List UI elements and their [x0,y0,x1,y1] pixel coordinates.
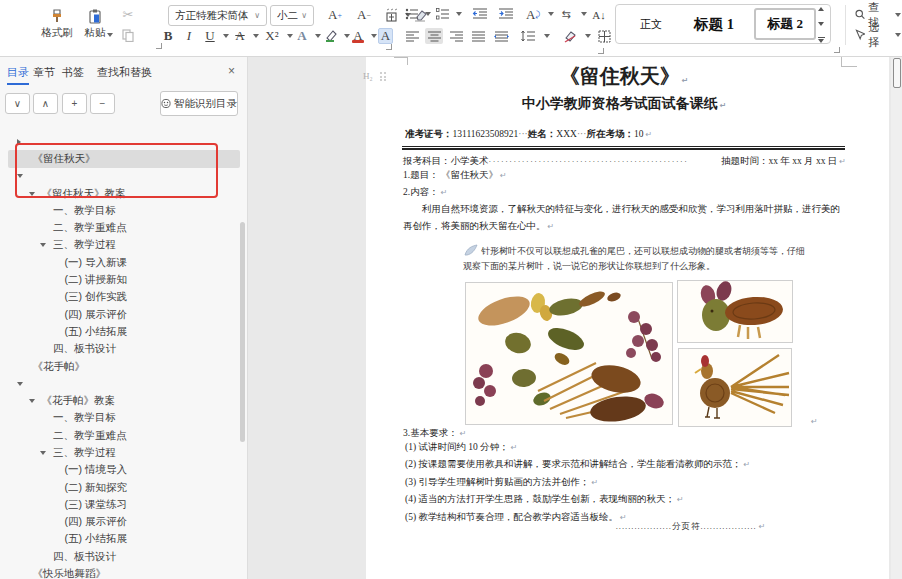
italic-button[interactable]: I [182,28,196,44]
font-size-combo[interactable]: 小二 ∨ [270,5,314,26]
justify-button[interactable] [469,28,487,44]
gallery-up-icon[interactable] [818,7,824,11]
style-heading2[interactable]: 标题 2 [754,8,816,40]
shading-button[interactable] [560,28,580,44]
outline-tree-item[interactable]: 二、教学重难点 [0,427,248,444]
gallery-down-icon[interactable] [818,22,824,26]
tree-toggle-icon[interactable] [17,382,30,386]
tree-toggle-icon[interactable] [17,174,30,178]
tree-toggle-icon[interactable] [29,399,42,403]
bullet-list-button[interactable] [403,6,421,22]
align-left-button[interactable] [403,28,421,44]
tree-toggle-icon[interactable] [40,243,53,247]
outline-tree-item[interactable]: 一、教学目标 [0,202,248,219]
select-button[interactable]: 选择 [855,27,901,42]
outline-tree-item[interactable]: 二、教学重难点 [0,219,248,236]
copy-button[interactable] [119,27,137,43]
font-color-button[interactable]: A [350,27,366,44]
outline-zoom-out-button[interactable]: − [90,93,115,114]
numbered-dropdown-caret[interactable] [456,12,462,16]
outline-tree-item[interactable]: 三、教学过程 [0,237,248,254]
outline-tree-item[interactable]: (三) 课堂练习 [0,496,248,513]
outline-tree-item[interactable]: (三) 创作实践 [0,289,248,306]
document-scrollbar[interactable] [891,57,902,579]
shading-dropdown-caret[interactable] [585,34,591,38]
numbered-list-button[interactable] [434,6,452,22]
text-direction-dropdown-caret[interactable] [548,12,554,16]
font-name-combo[interactable]: 方正特雅宋简体 ∨ [168,5,267,26]
paste-button[interactable]: 粘贴 [76,4,114,44]
paragraph-dialog-launcher[interactable] [598,48,604,54]
outline-tree-item[interactable]: 《花手帕》教案 [0,392,248,409]
smart-recognize-button[interactable]: 智能识别目录 [160,91,238,116]
cut-button[interactable]: ✂ [118,6,138,22]
outline-tree-item[interactable]: 四、板书设计 [0,341,248,358]
document-page[interactable]: H₂ 《留住秋天》↵ 中小学教师资格考试面试备课纸↵ 准考证号：13111623… [366,57,889,579]
style-heading1[interactable]: 标题 1 [680,5,748,43]
style-normal[interactable]: 正文 [628,5,674,43]
underline-button[interactable]: U [202,28,218,44]
decrease-indent-button[interactable] [470,6,490,22]
font-color-dropdown-caret[interactable] [371,34,377,38]
sort-button[interactable]: A↓ [588,6,610,23]
text-direction-button[interactable]: A⤸ [523,6,543,23]
increase-font-button[interactable]: A+ [322,6,348,24]
font-dialog-launcher[interactable] [386,44,392,50]
outline-tree-item[interactable] [0,133,248,150]
tab-bookmarks[interactable]: 书签 [62,65,84,80]
ltr-rtl-button[interactable]: ⇆ [556,6,576,22]
outline-tree-item[interactable]: 《快乐地舞蹈》 [0,565,248,579]
styles-dialog-launcher[interactable] [834,47,840,53]
tab-find-replace[interactable]: 查找和替换 [97,65,152,80]
bullet-dropdown-caret[interactable] [425,12,431,16]
outline-tree-item[interactable]: (一) 情境导入 [0,462,248,479]
phonetic-guide-button[interactable] [380,6,402,24]
distribute-button[interactable] [491,28,511,44]
scrollbar-thumb[interactable] [893,58,901,88]
outline-tree-item[interactable]: (一) 导入新课 [0,254,248,271]
paste-dropdown-caret[interactable] [107,33,113,37]
strikethrough-button[interactable]: A [232,28,248,44]
outline-tree-item[interactable]: 《花手帕》 [0,358,248,375]
outline-zoom-in-button[interactable]: + [62,93,87,114]
text-effect-button[interactable]: A [294,28,310,44]
decrease-font-button[interactable]: A− [352,6,376,24]
line-spacing-button[interactable] [517,28,539,44]
outline-tree-item[interactable]: 一、教学目标 [0,410,248,427]
tree-toggle-icon[interactable] [40,451,53,455]
format-painter-button[interactable]: 格式刷 [38,4,76,44]
outline-tree-item[interactable]: (五) 小结拓展 [0,531,248,548]
superscript-dropdown-caret[interactable] [287,34,293,38]
drag-handle-icon[interactable] [380,72,387,83]
line-spacing-dropdown-caret[interactable] [544,34,550,38]
sidebar-scrollbar[interactable] [240,222,245,442]
tab-chapters[interactable]: 章节 [33,65,55,80]
outline-tree-item[interactable]: 《留住秋天》 [8,150,240,167]
outline-expand-button[interactable]: ∨ [5,93,30,114]
char-shading-button[interactable]: A [378,28,393,44]
highlight-button[interactable] [322,28,340,44]
tab-contents[interactable]: 目录 [7,65,29,80]
outline-collapse-button[interactable]: ∧ [33,93,58,114]
sidebar-close-icon[interactable]: × [228,64,235,78]
superscript-button[interactable]: X² [262,28,282,44]
outline-tree-item[interactable]: (二) 讲授新知 [0,271,248,288]
outline-tree-item[interactable]: (四) 展示评价 [0,514,248,531]
ltr-rtl-dropdown-caret[interactable] [581,12,587,16]
outline-tree-item[interactable]: (二) 新知探究 [0,479,248,496]
increase-indent-button[interactable] [496,6,516,22]
outline-tree-item[interactable]: 《留住秋天》教案 [0,185,248,202]
outline-tree-item[interactable]: 三、教学过程 [0,444,248,461]
strikethrough-dropdown-caret[interactable] [253,34,259,38]
text-effect-dropdown-caret[interactable] [315,34,321,38]
tree-toggle-icon[interactable] [17,139,30,145]
gallery-more-icon[interactable] [818,37,825,44]
outline-tree-item[interactable]: (四) 展示评价 [0,306,248,323]
align-right-button[interactable] [447,28,465,44]
tree-toggle-icon[interactable] [29,192,42,196]
bold-button[interactable]: B [160,28,176,44]
align-center-button[interactable] [425,28,443,44]
borders-button[interactable] [594,28,614,44]
outline-tree-item[interactable] [0,168,248,185]
outline-tree-item[interactable] [0,375,248,392]
